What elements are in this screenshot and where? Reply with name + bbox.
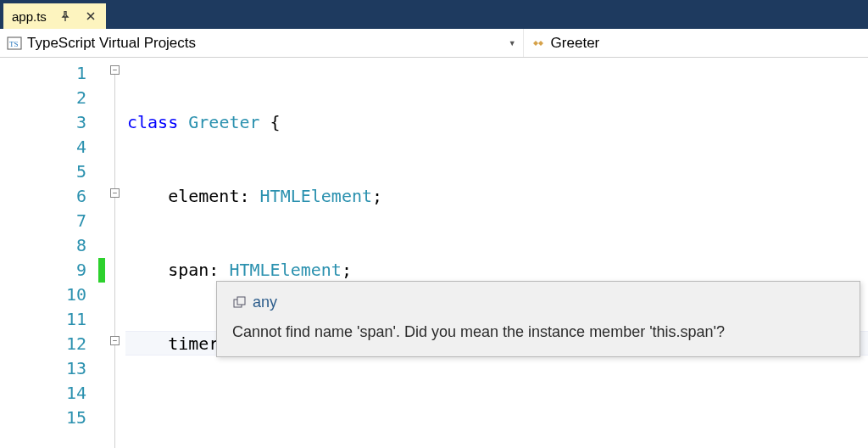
tab-strip: app.ts: [0, 0, 868, 29]
line-number: 14: [0, 381, 86, 406]
fold-toggle[interactable]: −: [110, 188, 120, 198]
stack-icon: [232, 295, 248, 311]
line-number: 15: [0, 406, 86, 430]
chevron-down-icon: ▼: [509, 39, 516, 48]
line-number: 7: [0, 209, 86, 233]
line-number: 10: [0, 283, 86, 307]
code-line: [125, 404, 868, 428]
tooltip-kind: any: [253, 294, 277, 311]
line-number: 5: [0, 160, 86, 184]
line-number: 13: [0, 356, 86, 381]
change-marker: [98, 258, 105, 283]
tooltip-message: Cannot find name 'span'. Did you mean th…: [232, 323, 844, 341]
svg-rect-3: [237, 297, 245, 305]
pin-icon[interactable]: [58, 9, 72, 23]
fold-toggle[interactable]: −: [110, 65, 120, 75]
tooltip-header: any: [232, 294, 844, 311]
error-tooltip: any Cannot find name 'span'. Did you mea…: [216, 281, 860, 357]
line-number: 3: [0, 110, 86, 135]
file-tab-active[interactable]: app.ts: [3, 3, 106, 29]
line-number: 6: [0, 184, 86, 209]
line-number-gutter: 1 2 3 4 5 6 7 8 9 10 11 12 13 14 15: [0, 58, 105, 448]
navigation-bar: TS TypeScript Virtual Projects ▼ Greeter: [0, 29, 868, 58]
tab-filename: app.ts: [12, 9, 47, 24]
ts-project-icon: TS: [7, 36, 22, 51]
line-number: 1: [0, 61, 86, 86]
line-number: 11: [0, 307, 86, 332]
code-line: element: HTMLElement;: [125, 184, 868, 209]
line-number: 2: [0, 86, 86, 110]
code-line: class Greeter {: [125, 110, 868, 135]
line-number: 12: [0, 332, 86, 356]
fold-guide-line: [114, 70, 115, 448]
member-scope-label: Greeter: [551, 35, 600, 52]
fold-column: − − −: [105, 58, 125, 448]
line-number: 4: [0, 135, 86, 160]
fold-toggle[interactable]: −: [110, 336, 120, 345]
code-area[interactable]: class Greeter { element: HTMLElement; sp…: [125, 58, 868, 448]
class-icon: [531, 36, 546, 51]
svg-text:TS: TS: [9, 40, 19, 48]
close-icon[interactable]: [84, 9, 97, 23]
line-number: 8: [0, 233, 86, 258]
project-scope-label: TypeScript Virtual Projects: [27, 35, 196, 52]
code-editor[interactable]: 1 2 3 4 5 6 7 8 9 10 11 12 13 14 15 − − …: [0, 58, 868, 448]
project-scope-dropdown[interactable]: TS TypeScript Virtual Projects ▼: [0, 29, 524, 57]
line-number: 9: [0, 258, 86, 283]
code-line: span: HTMLElement;: [125, 258, 868, 283]
member-scope-dropdown[interactable]: Greeter: [524, 29, 868, 57]
